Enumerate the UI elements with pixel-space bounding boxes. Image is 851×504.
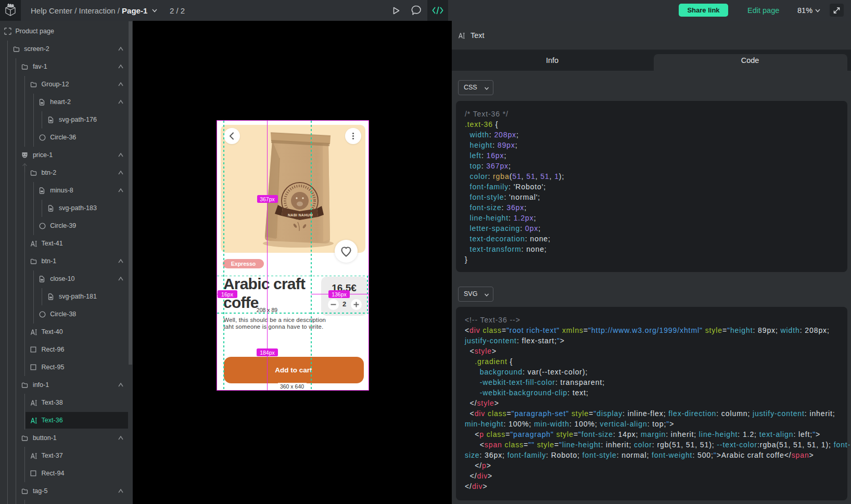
svg-text:NABI NAHUM: NABI NAHUM xyxy=(287,213,312,217)
